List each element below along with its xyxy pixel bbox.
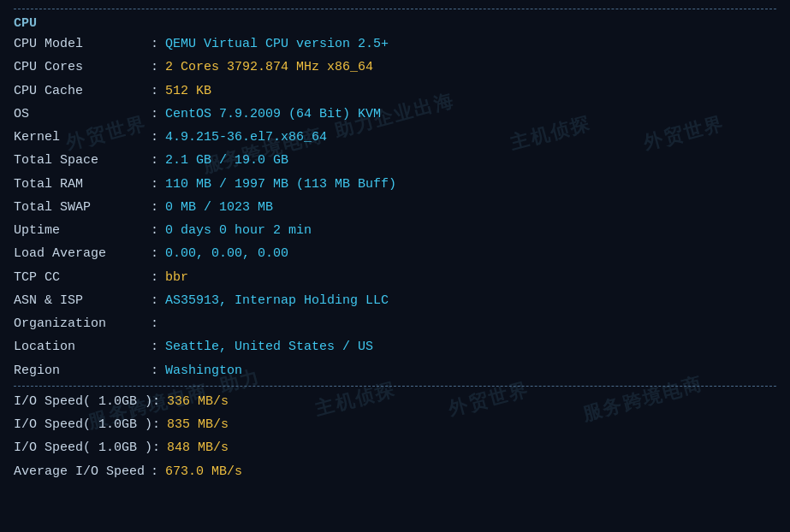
table-row: TCP CC:bbr — [14, 266, 776, 289]
row-label: Organization — [14, 314, 151, 334]
row-value: 2.1 GB / 19.0 GB — [165, 151, 288, 170]
row-colon: : — [151, 361, 158, 381]
row-label: Region — [14, 361, 151, 381]
row-label: OS — [14, 104, 151, 124]
middle-divider — [14, 386, 776, 387]
row-value: 0 days 0 hour 2 min — [165, 221, 312, 240]
row-value: QEMU Virtual CPU version 2.5+ — [165, 34, 389, 54]
table-row: Average I/O Speed:673.0 MB/s — [14, 460, 776, 483]
row-value: 0 MB / 1023 MB — [165, 198, 273, 217]
row-colon: : — [151, 174, 158, 194]
table-row: Total Space:2.1 GB / 19.0 GB — [14, 149, 776, 172]
table-row: Total SWAP:0 MB / 1023 MB — [14, 196, 776, 219]
row-value: 835 MB/s — [167, 415, 229, 434]
table-row: Load Average:0.00, 0.00, 0.00 — [14, 242, 776, 265]
row-label: TCP CC — [14, 268, 151, 287]
row-colon: : — [151, 337, 158, 357]
row-label: Total SWAP — [14, 198, 151, 217]
row-label: Total RAM — [14, 174, 151, 194]
row-label: Total Space — [14, 151, 151, 170]
row-colon: : — [151, 81, 158, 101]
row-label: CPU Cache — [14, 81, 151, 101]
row-value: 4.9.215-36.el7.x86_64 — [165, 127, 327, 147]
row-label: Uptime — [14, 221, 151, 240]
table-row: I/O Speed( 1.0GB ):336 MB/s — [14, 390, 776, 413]
row-colon: : — [151, 314, 158, 334]
main-container: CPU CPU Model:QEMU Virtual CPU version 2… — [0, 0, 790, 492]
row-label: Kernel — [14, 127, 151, 147]
row-value: 673.0 MB/s — [165, 462, 242, 482]
row-value: 512 KB — [165, 81, 211, 101]
row-value: CentOS 7.9.2009 (64 Bit) KVM — [165, 104, 381, 124]
table-row: Kernel:4.9.215-36.el7.x86_64 — [14, 126, 776, 149]
row-colon: : — [151, 268, 158, 287]
row-label: Location — [14, 337, 151, 357]
row-value: 336 MB/s — [167, 392, 229, 411]
table-row: Location:Seattle, United States / US — [14, 335, 776, 358]
table-row: Region:Washington — [14, 359, 776, 382]
table-row: Total RAM:110 MB / 1997 MB (113 MB Buff) — [14, 173, 776, 196]
row-label: I/O Speed( 1.0GB ) — [14, 415, 152, 434]
table-row: CPU Model:QEMU Virtual CPU version 2.5+ — [14, 33, 776, 56]
row-colon: : — [152, 392, 160, 411]
row-colon: : — [151, 127, 158, 147]
cpu-section-header: CPU — [14, 13, 776, 33]
io-info-section: I/O Speed( 1.0GB ):336 MB/sI/O Speed( 1.… — [14, 390, 776, 483]
top-divider — [14, 9, 776, 9]
table-row: CPU Cores:2 Cores 3792.874 MHz x86_64 — [14, 56, 776, 79]
table-row: Uptime:0 days 0 hour 2 min — [14, 219, 776, 242]
row-colon: : — [151, 462, 158, 482]
table-row: ASN & ISP:AS35913, Internap Holding LLC — [14, 289, 776, 312]
row-colon: : — [151, 198, 158, 217]
table-row: I/O Speed( 1.0GB ):848 MB/s — [14, 436, 776, 459]
row-label: ASN & ISP — [14, 291, 151, 310]
row-colon: : — [152, 415, 160, 434]
row-label: Average I/O Speed — [14, 462, 151, 482]
row-value: 2 Cores 3792.874 MHz x86_64 — [165, 57, 373, 77]
table-row: I/O Speed( 1.0GB ):835 MB/s — [14, 413, 776, 436]
row-value: bbr — [165, 268, 188, 287]
row-value: 0.00, 0.00, 0.00 — [165, 244, 288, 263]
table-row: OS:CentOS 7.9.2009 (64 Bit) KVM — [14, 103, 776, 126]
cpu-info-section: CPU Model:QEMU Virtual CPU version 2.5+C… — [14, 33, 776, 382]
row-colon: : — [151, 57, 158, 77]
row-colon: : — [151, 221, 158, 240]
row-colon: : — [151, 244, 158, 263]
row-value: Washington — [165, 361, 242, 381]
row-value: 110 MB / 1997 MB (113 MB Buff) — [165, 174, 396, 194]
row-label: I/O Speed( 1.0GB ) — [14, 438, 152, 458]
row-colon: : — [151, 104, 158, 124]
row-label: CPU Model — [14, 34, 151, 54]
row-colon: : — [151, 151, 158, 170]
row-colon: : — [151, 291, 158, 310]
table-row: CPU Cache:512 KB — [14, 80, 776, 103]
row-value: AS35913, Internap Holding LLC — [165, 291, 389, 310]
row-label: CPU Cores — [14, 57, 151, 77]
row-colon: : — [151, 34, 158, 54]
row-value: Seattle, United States / US — [165, 337, 373, 357]
row-colon: : — [152, 438, 160, 458]
table-row: Organization: — [14, 312, 776, 335]
row-label: Load Average — [14, 244, 151, 263]
row-label: I/O Speed( 1.0GB ) — [14, 392, 152, 411]
row-value: 848 MB/s — [167, 438, 229, 458]
